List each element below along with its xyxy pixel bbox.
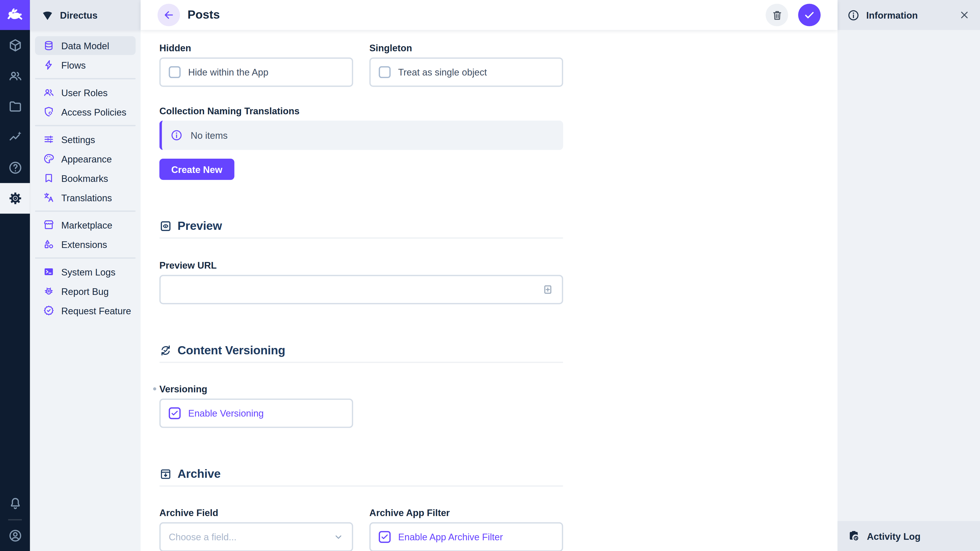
preview-url-field: Preview URL: [159, 259, 563, 304]
page-title: Posts: [188, 8, 758, 22]
checkbox-label[interactable]: Enable App Archive Filter: [398, 532, 503, 542]
checkbox-checked[interactable]: [379, 531, 391, 543]
activity-log-label: Activity Log: [867, 530, 921, 541]
select-placeholder: Choose a field...: [169, 532, 333, 542]
preview-section-heading: Preview: [159, 219, 563, 233]
cube-icon: [8, 38, 22, 52]
sidebar-item-settings[interactable]: Settings: [35, 130, 135, 148]
archive-section-heading: Archive: [159, 467, 563, 482]
checkbox-label[interactable]: Hide within the App: [188, 67, 269, 78]
main-area: Posts Hidden Hide within the App Singlet…: [141, 0, 838, 551]
sidebar-item-label: System Logs: [61, 266, 115, 277]
add-variable-icon[interactable]: [542, 284, 554, 295]
field-label: Preview URL: [159, 259, 563, 271]
app-window: Directus Data Model Flows User Roles Acc…: [0, 0, 980, 551]
field-label: Archive App Filter: [369, 506, 563, 519]
module-insights[interactable]: [0, 122, 30, 152]
archive-icon: [159, 468, 172, 480]
checkbox-label[interactable]: Enable Versioning: [188, 408, 264, 419]
field-label: Singleton: [369, 41, 563, 54]
terminal-icon: [43, 266, 54, 277]
sidebar-item-label: Request Feature: [61, 305, 131, 316]
singleton-toggle[interactable]: Treat as single object: [369, 57, 563, 87]
section-divider: [159, 238, 563, 239]
info-panel-body: [838, 30, 980, 521]
preview-url-input[interactable]: [169, 284, 542, 295]
archive-field-select[interactable]: Choose a field...: [159, 522, 353, 551]
archive-field-field: Archive Field Choose a field...: [159, 506, 353, 551]
sidebar-item-data-model[interactable]: Data Model: [35, 36, 135, 55]
sidebar-item-label: Flows: [61, 60, 86, 70]
module-documentation[interactable]: [0, 152, 30, 183]
project-header[interactable]: Directus: [30, 0, 141, 30]
sidebar-item-translations[interactable]: Translations: [35, 188, 135, 206]
section-divider: [159, 362, 563, 363]
sidebar-item-report-bug[interactable]: Report Bug: [35, 282, 135, 300]
checkbox-unchecked[interactable]: [379, 66, 391, 78]
sidebar-item-label: User Roles: [61, 87, 108, 98]
notifications-button[interactable]: [0, 489, 30, 519]
section-divider: [159, 486, 563, 487]
empty-state-text: No items: [191, 130, 228, 141]
no-items-notice: No items: [159, 121, 563, 150]
content-versioning-section-heading: Content Versioning: [159, 343, 563, 358]
module-user-directory[interactable]: [0, 61, 30, 91]
sidebar-item-label: Settings: [61, 134, 95, 144]
activity-log-button[interactable]: Activity Log: [838, 521, 980, 551]
user-menu-button[interactable]: [0, 520, 30, 551]
info-panel-header: Information: [838, 0, 980, 30]
singleton-field: Singleton Treat as single object: [369, 41, 563, 87]
delete-collection-button[interactable]: [765, 4, 788, 26]
checkbox-checked[interactable]: [169, 407, 181, 419]
sidebar-item-extensions[interactable]: Extensions: [35, 235, 135, 254]
preview-icon: [159, 220, 172, 232]
hidden-toggle[interactable]: Hide within the App: [159, 57, 353, 87]
hidden-field: Hidden Hide within the App: [159, 41, 353, 87]
field-label: Collection Naming Translations: [159, 104, 563, 117]
archive-app-filter-toggle[interactable]: Enable App Archive Filter: [369, 522, 563, 551]
section-title: Preview: [178, 219, 222, 233]
sidebar-item-request-feature[interactable]: Request Feature: [35, 301, 135, 320]
module-file-library[interactable]: [0, 91, 30, 122]
sidebar-item-label: Translations: [61, 192, 112, 203]
sidebar-item-label: Report Bug: [61, 286, 109, 297]
bell-icon: [8, 497, 22, 511]
back-button[interactable]: [158, 4, 180, 26]
activity-log-icon: [848, 530, 860, 542]
sidebar-item-user-roles[interactable]: User Roles: [35, 83, 135, 102]
settings-form-scroll[interactable]: Hidden Hide within the App Singleton Tre…: [141, 30, 838, 551]
collection-settings-form: Hidden Hide within the App Singleton Tre…: [159, 41, 563, 551]
section-title: Archive: [178, 467, 221, 481]
settings-sidebar: Directus Data Model Flows User Roles Acc…: [30, 0, 141, 551]
directus-logo[interactable]: [0, 0, 30, 30]
checkbox-label[interactable]: Treat as single object: [398, 67, 487, 78]
field-label: Hidden: [159, 41, 353, 54]
sidebar-item-flows[interactable]: Flows: [35, 56, 135, 74]
sidebar-item-marketplace[interactable]: Marketplace: [35, 216, 135, 234]
sidebar-item-system-logs[interactable]: System Logs: [35, 262, 135, 281]
module-settings[interactable]: [0, 183, 30, 214]
info-icon: [171, 129, 183, 141]
module-content[interactable]: [0, 30, 30, 61]
folder-icon: [8, 99, 22, 114]
save-button[interactable]: [798, 4, 821, 26]
sidebar-item-appearance[interactable]: Appearance: [35, 149, 135, 168]
sidebar-item-access-policies[interactable]: Access Policies: [35, 103, 135, 121]
close-icon[interactable]: [959, 10, 970, 21]
chart-icon: [8, 130, 22, 144]
versioning-toggle[interactable]: Enable Versioning: [159, 399, 353, 428]
info-icon: [848, 9, 859, 21]
sidebar-item-bookmarks[interactable]: Bookmarks: [35, 168, 135, 187]
gear-icon: [8, 191, 22, 205]
check-icon: [803, 9, 816, 21]
help-icon: [8, 160, 22, 175]
create-new-button[interactable]: Create New: [159, 159, 234, 180]
archive-app-filter-field: Archive App Filter Enable App Archive Fi…: [369, 506, 563, 551]
sidebar-item-label: Bookmarks: [61, 173, 108, 183]
checkbox-unchecked[interactable]: [169, 66, 181, 78]
bug-icon: [43, 286, 54, 297]
preview-url-input-wrap: [159, 275, 563, 304]
sidebar-divider: [35, 210, 135, 212]
storefront-icon: [43, 219, 54, 230]
sidebar-nav-list: Data Model Flows User Roles Access Polic…: [30, 30, 141, 321]
